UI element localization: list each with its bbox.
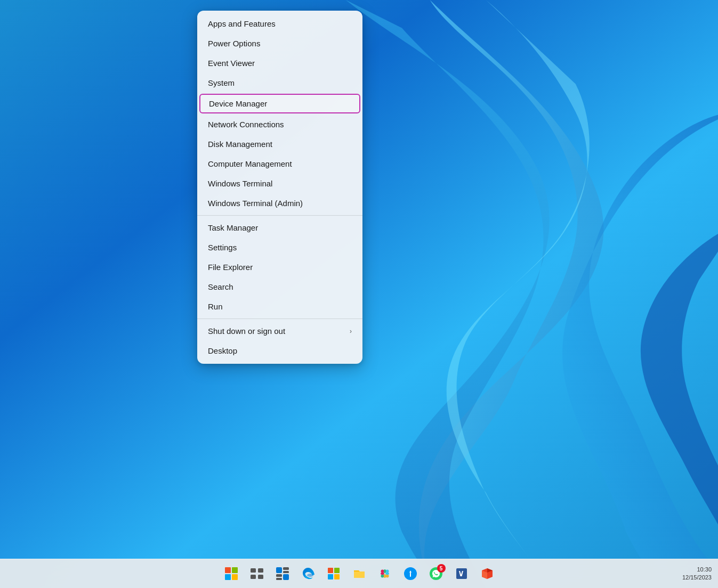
desktop: Apps and Features Power Options Event Vi… <box>0 0 718 588</box>
menu-item-search-label: Search <box>208 282 233 291</box>
menu-separator-2 <box>197 318 362 319</box>
office-button[interactable] <box>475 562 499 585</box>
edge-browser-button[interactable] <box>296 562 320 585</box>
svg-rect-25 <box>410 573 411 577</box>
slack-button[interactable] <box>373 562 397 585</box>
edge-icon <box>301 566 316 581</box>
menu-item-windows-terminal-label: Windows Terminal <box>208 179 272 188</box>
menu-item-apps-features[interactable]: Apps and Features <box>197 14 362 34</box>
svg-rect-22 <box>384 569 386 573</box>
svg-rect-6 <box>283 567 289 570</box>
1password-button[interactable] <box>399 562 422 585</box>
svg-rect-15 <box>334 574 340 579</box>
file-explorer-button[interactable] <box>348 562 371 585</box>
windows-logo-icon <box>225 567 238 580</box>
menu-item-network-connections-label: Network Connections <box>208 120 284 129</box>
store-button[interactable] <box>322 562 345 585</box>
menu-item-event-viewer[interactable]: Event Viewer <box>197 53 362 73</box>
menu-item-apps-features-label: Apps and Features <box>208 19 276 28</box>
menu-item-shut-down[interactable]: Shut down or sign out › <box>197 321 362 341</box>
svg-rect-12 <box>328 568 333 573</box>
menu-separator-1 <box>197 215 362 216</box>
menu-item-search[interactable]: Search <box>197 277 362 297</box>
svg-rect-10 <box>283 574 289 580</box>
word-button[interactable] <box>450 562 473 585</box>
chevron-right-icon: › <box>350 328 352 335</box>
menu-item-event-viewer-label: Event Viewer <box>208 59 255 68</box>
menu-item-windows-terminal-admin-label: Windows Terminal (Admin) <box>208 199 303 208</box>
svg-rect-8 <box>276 574 282 577</box>
menu-item-windows-terminal-admin[interactable]: Windows Terminal (Admin) <box>197 193 362 213</box>
menu-item-shut-down-label: Shut down or sign out <box>208 326 285 336</box>
svg-rect-2 <box>258 568 263 573</box>
menu-item-system-label: System <box>208 78 235 87</box>
menu-item-settings-label: Settings <box>208 243 237 252</box>
svg-rect-9 <box>276 578 282 580</box>
menu-item-file-explorer[interactable]: File Explorer <box>197 257 362 277</box>
word-icon <box>454 566 469 581</box>
svg-rect-1 <box>251 568 256 573</box>
svg-point-18 <box>381 575 384 578</box>
taskbar: 5 10:30 12/15/2023 <box>0 559 718 588</box>
menu-item-task-manager-label: Task Manager <box>208 223 258 232</box>
1password-icon <box>403 566 418 581</box>
svg-rect-23 <box>384 574 386 578</box>
whatsapp-badge: 5 <box>437 564 446 573</box>
tray-clock[interactable]: 10:30 12/15/2023 <box>682 566 712 582</box>
file-explorer-icon <box>352 566 367 581</box>
menu-item-power-options[interactable]: Power Options <box>197 34 362 53</box>
svg-rect-7 <box>283 571 289 573</box>
menu-item-run[interactable]: Run <box>197 297 362 316</box>
svg-rect-14 <box>328 574 333 579</box>
svg-rect-4 <box>258 575 263 579</box>
svg-rect-20 <box>381 573 384 575</box>
svg-point-17 <box>385 570 389 573</box>
menu-item-run-label: Run <box>208 302 223 311</box>
context-menu: Apps and Features Power Options Event Vi… <box>197 11 362 364</box>
menu-item-desktop[interactable]: Desktop <box>197 341 362 361</box>
menu-item-desktop-label: Desktop <box>208 346 237 355</box>
menu-item-network-connections[interactable]: Network Connections <box>197 115 362 134</box>
widgets-icon <box>275 566 290 581</box>
svg-rect-21 <box>385 573 389 575</box>
slack-icon <box>377 566 392 581</box>
whatsapp-button[interactable]: 5 <box>424 562 448 585</box>
svg-point-19 <box>385 575 389 578</box>
svg-point-16 <box>381 570 384 573</box>
office-icon <box>480 566 495 581</box>
svg-rect-3 <box>251 575 256 579</box>
task-view-button[interactable] <box>245 562 269 585</box>
menu-item-settings[interactable]: Settings <box>197 238 362 257</box>
menu-item-power-options-label: Power Options <box>208 39 260 48</box>
tray-date: 12/15/2023 <box>682 574 712 582</box>
svg-rect-13 <box>334 568 340 573</box>
menu-item-windows-terminal[interactable]: Windows Terminal <box>197 174 362 193</box>
widgets-button[interactable] <box>271 562 294 585</box>
menu-item-file-explorer-label: File Explorer <box>208 263 253 272</box>
menu-item-computer-management-label: Computer Management <box>208 159 292 168</box>
menu-item-computer-management[interactable]: Computer Management <box>197 154 362 174</box>
svg-rect-5 <box>276 567 282 573</box>
tray-time: 10:30 <box>682 566 712 574</box>
menu-item-task-manager[interactable]: Task Manager <box>197 218 362 238</box>
menu-item-system[interactable]: System <box>197 73 362 93</box>
menu-item-disk-management[interactable]: Disk Management <box>197 134 362 154</box>
menu-item-disk-management-label: Disk Management <box>208 140 272 149</box>
store-icon <box>326 566 341 581</box>
system-tray: 10:30 12/15/2023 <box>682 566 712 582</box>
start-button[interactable] <box>220 562 243 585</box>
task-view-icon <box>249 566 264 581</box>
svg-point-11 <box>307 574 313 577</box>
menu-item-device-manager-label: Device Manager <box>209 99 267 108</box>
menu-item-device-manager[interactable]: Device Manager <box>199 94 360 113</box>
